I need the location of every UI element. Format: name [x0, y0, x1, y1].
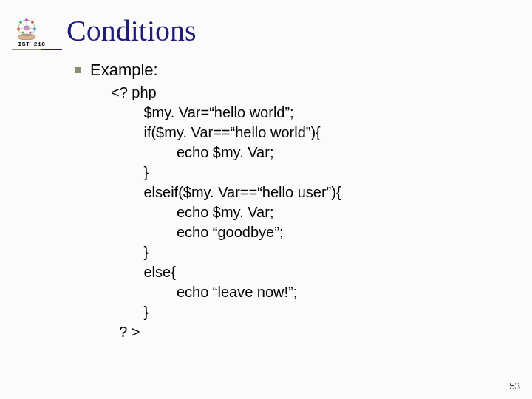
- slide-title: Conditions: [66, 13, 197, 48]
- code-line: }: [143, 304, 149, 320]
- code-line: $my. Var=“hello world”;: [143, 104, 293, 120]
- code-line: else{: [143, 264, 175, 280]
- bullet-icon: [75, 67, 81, 73]
- svg-line-11: [27, 22, 33, 28]
- svg-point-0: [18, 34, 35, 40]
- code-line: echo “leave now!”;: [177, 284, 297, 300]
- code-block: <? php $my. Var=“hello world”; if($my. V…: [111, 83, 341, 342]
- bullet-text: Example:: [90, 61, 158, 80]
- code-line: echo “goodbye”;: [177, 224, 284, 240]
- svg-point-8: [29, 31, 31, 33]
- logo-graphic: [12, 16, 41, 40]
- code-line: <? php: [111, 84, 157, 100]
- svg-point-7: [21, 31, 24, 33]
- code-line: elseif($my. Var==“hello user”){: [143, 184, 341, 200]
- code-line: echo $my. Var;: [177, 204, 274, 220]
- code-line: }: [143, 164, 149, 180]
- code-line: if($my. Var==“hello world”){: [143, 124, 320, 140]
- logo-label: IST 210: [12, 41, 52, 47]
- bullet-row: Example:: [75, 61, 158, 80]
- code-line: ? >: [119, 324, 140, 340]
- code-line: }: [143, 244, 149, 260]
- svg-line-10: [21, 22, 27, 28]
- code-line: echo $my. Var;: [177, 144, 274, 160]
- slide-number: 53: [510, 381, 520, 392]
- title-underline: [12, 49, 62, 50]
